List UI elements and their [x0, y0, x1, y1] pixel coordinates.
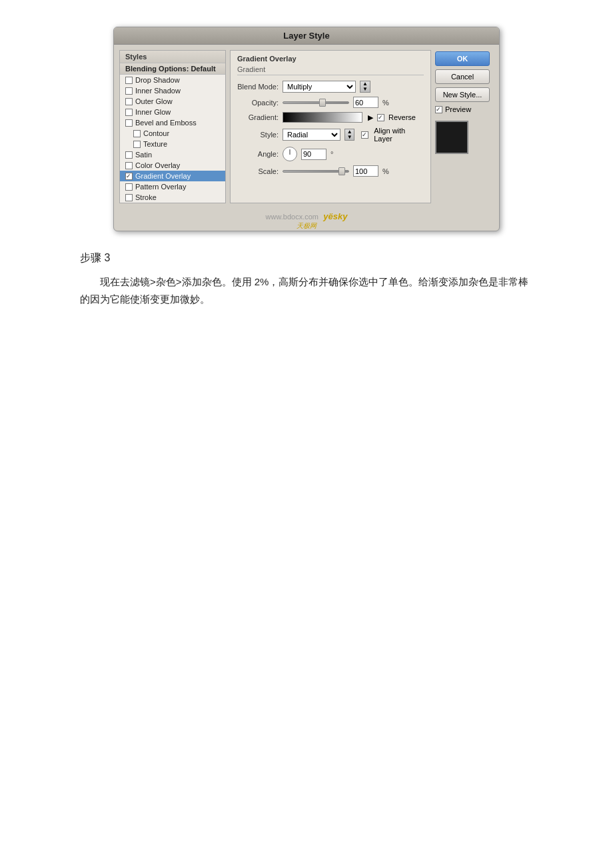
reverse-label: Reverse — [388, 113, 416, 121]
preview-row: Preview — [435, 105, 494, 113]
drop-shadow-item[interactable]: Drop Shadow — [120, 75, 225, 85]
opacity-unit: % — [382, 99, 389, 107]
pattern-overlay-item[interactable]: Pattern Overlay — [120, 181, 225, 192]
cancel-button[interactable]: Cancel — [435, 69, 490, 84]
layer-style-dialog: Layer Style Styles Blending Options: Def… — [113, 27, 500, 231]
satin-checkbox[interactable] — [125, 151, 133, 159]
pattern-overlay-checkbox[interactable] — [125, 183, 133, 191]
new-style-button[interactable]: New Style... — [435, 87, 490, 102]
gradient-overlay-title: Gradient Overlay — [237, 55, 424, 63]
blend-mode-row: Blend Mode: Multiply Normal Screen Overl… — [237, 81, 424, 93]
opacity-slider-track[interactable] — [283, 101, 349, 104]
inner-shadow-item[interactable]: Inner Shadow — [120, 85, 225, 96]
opacity-label: Opacity: — [237, 99, 279, 107]
gradient-overlay-item[interactable]: Gradient Overlay — [120, 171, 225, 181]
texture-item[interactable]: Texture — [120, 139, 225, 149]
satin-item[interactable]: Satin — [120, 149, 225, 160]
opacity-row: Opacity: % — [237, 97, 424, 108]
opacity-slider-thumb[interactable] — [319, 99, 326, 107]
blending-options-item[interactable]: Blending Options: Default — [120, 63, 225, 75]
styles-panel: Styles Blending Options: Default Drop Sh… — [119, 50, 226, 203]
style-select[interactable]: Radial Linear Angle Reflected Diamond — [283, 129, 340, 141]
step-section: 步骤 3 现在去滤镜>杂色>添加杂色。使用 2%，高斯分布并确保你选中了单色。给… — [40, 251, 573, 307]
contour-item[interactable]: Contour — [120, 128, 225, 139]
styles-header: Styles — [120, 51, 225, 63]
gradient-preview-bar[interactable] — [283, 112, 362, 123]
color-overlay-item[interactable]: Color Overlay — [120, 160, 225, 171]
scale-input[interactable] — [353, 165, 378, 177]
color-overlay-checkbox[interactable] — [125, 162, 133, 169]
stroke-checkbox[interactable] — [125, 194, 133, 201]
step-title: 步骤 3 — [80, 251, 533, 265]
style-row: Style: Radial Linear Angle Reflected Dia… — [237, 127, 424, 143]
gradient-arrow[interactable]: ▶ — [368, 113, 373, 122]
gradient-label: Gradient: — [237, 113, 279, 121]
dialog-body: Styles Blending Options: Default Drop Sh… — [114, 45, 499, 209]
stroke-item[interactable]: Stroke — [120, 192, 225, 203]
inner-glow-checkbox[interactable] — [125, 109, 133, 116]
settings-panel: Gradient Overlay Gradient Blend Mode: Mu… — [230, 50, 431, 203]
inner-glow-item[interactable]: Inner Glow — [120, 107, 225, 117]
bevel-emboss-checkbox[interactable] — [125, 119, 133, 127]
blend-mode-select[interactable]: Multiply Normal Screen Overlay — [283, 81, 356, 93]
contour-checkbox[interactable] — [133, 130, 141, 137]
inner-shadow-checkbox[interactable] — [125, 87, 133, 95]
style-label: Style: — [237, 131, 279, 139]
dialog-wrapper: Layer Style Styles Blending Options: Def… — [40, 27, 573, 231]
step-body: 现在去滤镜>杂色>添加杂色。使用 2%，高斯分布并确保你选中了单色。给渐变添加杂… — [80, 273, 533, 307]
scale-label: Scale: — [237, 167, 279, 175]
align-layer-checkbox[interactable] — [361, 131, 368, 139]
scale-slider-thumb[interactable] — [338, 167, 345, 175]
blend-mode-label: Blend Mode: — [237, 83, 279, 91]
gradient-overlay-checkbox[interactable] — [125, 173, 133, 180]
preview-swatch — [435, 121, 468, 154]
gradient-sub-title: Gradient — [237, 65, 424, 75]
gradient-row: Gradient: ▶ Reverse — [237, 112, 424, 123]
bevel-emboss-item[interactable]: Bevel and Emboss — [120, 117, 225, 128]
opacity-input[interactable] — [353, 97, 378, 108]
angle-label: Angle: — [237, 150, 279, 158]
align-layer-label: Align with Layer — [374, 127, 424, 143]
opacity-slider-container — [283, 101, 349, 104]
style-stepper[interactable]: ▲ ▼ — [344, 129, 355, 141]
outer-glow-checkbox[interactable] — [125, 98, 133, 105]
texture-checkbox[interactable] — [133, 141, 141, 148]
angle-dial[interactable] — [283, 147, 297, 161]
drop-shadow-checkbox[interactable] — [125, 77, 133, 84]
outer-glow-item[interactable]: Outer Glow — [120, 96, 225, 107]
blend-mode-stepper[interactable]: ▲ ▼ — [360, 81, 370, 93]
scale-slider-track[interactable] — [283, 170, 349, 173]
angle-input[interactable] — [301, 149, 326, 160]
preview-checkbox[interactable] — [435, 106, 442, 113]
dialog-title: Layer Style — [283, 31, 329, 41]
scale-row: Scale: % — [237, 165, 424, 177]
dialog-titlebar: Layer Style — [114, 27, 499, 45]
watermark-area: www.bdocx.com yësky 天极网 — [114, 211, 499, 231]
preview-label: Preview — [445, 105, 471, 113]
scale-slider-container — [283, 170, 349, 173]
buttons-panel: OK Cancel New Style... Preview — [435, 50, 494, 203]
scale-unit: % — [382, 167, 389, 175]
angle-row: Angle: ° — [237, 147, 424, 161]
ok-button[interactable]: OK — [435, 51, 490, 66]
reverse-checkbox[interactable] — [377, 114, 384, 121]
angle-unit: ° — [330, 150, 333, 158]
